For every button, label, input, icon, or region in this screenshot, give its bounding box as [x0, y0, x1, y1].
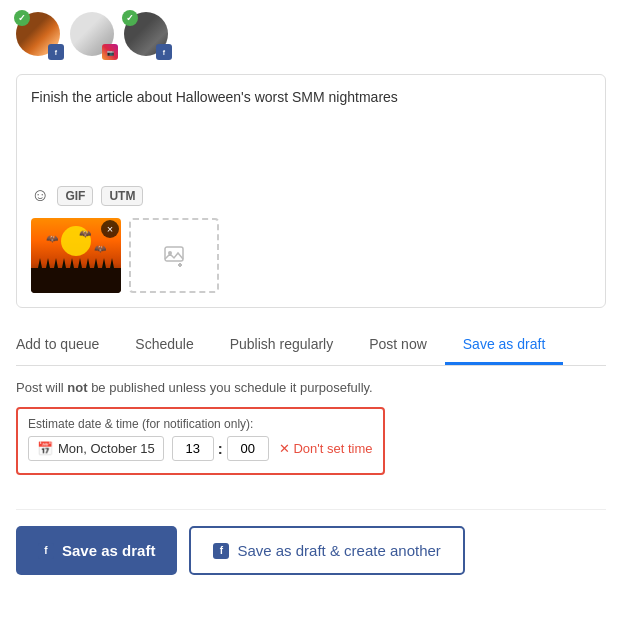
draft-note-text: Post will [16, 380, 67, 395]
estimate-label: Estimate date & time (for notification o… [28, 417, 373, 431]
bat-icon-1: 🦇 [46, 233, 58, 244]
avatar-instagram-1[interactable]: 📷 [70, 12, 118, 60]
time-separator: : [218, 440, 223, 457]
tabs-row: Add to queue Schedule Publish regularly … [16, 326, 606, 366]
facebook-icon-primary: f [38, 543, 54, 559]
instagram-badge: 📷 [102, 44, 118, 60]
avatar-row: ✓ f 📷 ✓ f [16, 12, 606, 60]
bat-icon-3: 🦇 [79, 228, 91, 239]
calendar-icon: 📅 [37, 441, 53, 456]
compose-text[interactable]: Finish the article about Halloween's wor… [31, 89, 591, 105]
emoji-button[interactable]: ☺ [31, 185, 49, 206]
avatar-facebook-1[interactable]: ✓ f [16, 12, 64, 60]
save-as-draft-create-another-button[interactable]: f Save as draft & create another [189, 526, 464, 575]
save-as-draft-button[interactable]: f Save as draft [16, 526, 177, 575]
remove-image-button[interactable]: × [101, 220, 119, 238]
draft-note-bold: not [67, 380, 87, 395]
save-as-draft-label: Save as draft [62, 542, 155, 559]
tab-save-as-draft[interactable]: Save as draft [445, 326, 564, 365]
add-image-button[interactable] [129, 218, 219, 293]
save-as-draft-create-another-label: Save as draft & create another [237, 542, 440, 559]
facebook-badge-2: f [156, 44, 172, 60]
halloween-image-thumb: 🦇 🦇 🦇 × [31, 218, 121, 293]
ground-shape [31, 268, 121, 293]
tab-schedule[interactable]: Schedule [117, 326, 211, 365]
time-min-input[interactable] [227, 436, 269, 461]
tab-post-now[interactable]: Post now [351, 326, 445, 365]
tab-publish-regularly[interactable]: Publish regularly [212, 326, 352, 365]
estimate-date-box: Estimate date & time (for notification o… [16, 407, 385, 475]
bat-icon-2: 🦇 [94, 243, 106, 254]
time-hour-input[interactable] [172, 436, 214, 461]
draft-note-end: be published unless you schedule it purp… [88, 380, 373, 395]
compose-toolbar: ☺ GIF UTM [31, 185, 591, 206]
check-icon-2: ✓ [122, 10, 138, 26]
date-value[interactable]: Mon, October 15 [58, 441, 155, 456]
tab-add-to-queue[interactable]: Add to queue [16, 326, 117, 365]
add-image-icon [163, 245, 185, 267]
date-time-row: 📅 Mon, October 15 : ✕ Don't set time [28, 436, 373, 461]
gif-button[interactable]: GIF [57, 186, 93, 206]
facebook-badge-1: f [48, 44, 64, 60]
draft-notice: Post will not be published unless you sc… [16, 380, 606, 395]
facebook-icon-secondary: f [213, 543, 229, 559]
avatar-facebook-2[interactable]: ✓ f [124, 12, 172, 60]
image-row: 🦇 🦇 🦇 × [31, 218, 591, 293]
action-buttons-row: f Save as draft f Save as draft & create… [16, 509, 606, 575]
dont-set-time-link[interactable]: ✕ Don't set time [279, 441, 373, 456]
compose-box: Finish the article about Halloween's wor… [16, 74, 606, 308]
utm-button[interactable]: UTM [101, 186, 143, 206]
date-field[interactable]: 📅 Mon, October 15 [28, 436, 164, 461]
check-icon: ✓ [14, 10, 30, 26]
